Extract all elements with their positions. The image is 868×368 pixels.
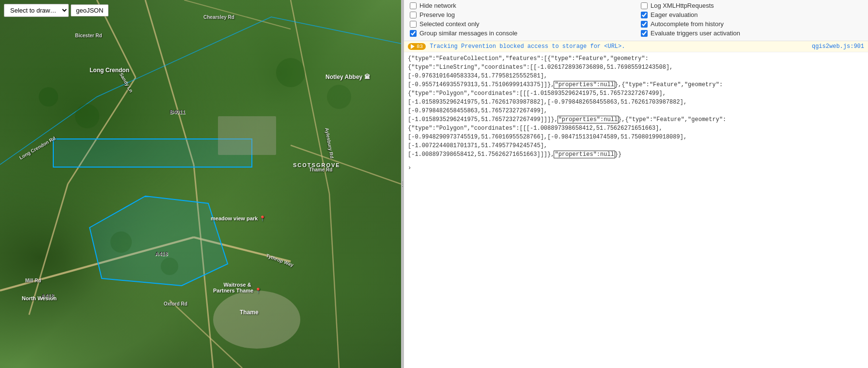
option-preserve-log: Preserve log bbox=[410, 11, 631, 18]
map-toolbar: Select to draw… geoJSON bbox=[4, 4, 108, 17]
label-eager-eval: Eager evaluation bbox=[651, 11, 698, 18]
svg-line-7 bbox=[291, 0, 329, 194]
svg-point-14 bbox=[39, 87, 58, 107]
draw-select[interactable]: Select to draw… bbox=[4, 4, 69, 17]
tracking-text: Tracking Prevention blocked access to st… bbox=[430, 43, 625, 50]
checkbox-hide-network[interactable] bbox=[410, 2, 417, 9]
label-autocomplete: Autocomplete from history bbox=[651, 20, 724, 28]
svg-point-16 bbox=[276, 58, 305, 87]
option-eval-triggers: Evaluate triggers user activation bbox=[641, 30, 862, 37]
map-overlay bbox=[0, 0, 401, 368]
svg-line-10 bbox=[184, 0, 291, 29]
checkbox-preserve-log[interactable] bbox=[410, 12, 417, 18]
svg-marker-13 bbox=[90, 196, 228, 286]
option-selected-context: Selected context only bbox=[410, 20, 631, 28]
svg-line-8 bbox=[329, 194, 339, 368]
console-json-content: {"type":"FeatureCollection","features":[… bbox=[404, 52, 868, 163]
console-badge: 83 bbox=[408, 43, 426, 50]
svg-point-19 bbox=[110, 231, 132, 253]
devtools-panel: Hide network Log XMLHttpRequests Preserv… bbox=[404, 0, 868, 368]
svg-line-9 bbox=[291, 145, 401, 184]
label-preserve-log: Preserve log bbox=[419, 11, 455, 18]
devtools-options: Hide network Log XMLHttpRequests Preserv… bbox=[404, 0, 868, 41]
svg-line-1 bbox=[68, 77, 136, 184]
svg-point-17 bbox=[327, 85, 351, 109]
svg-point-18 bbox=[161, 258, 178, 275]
geojson-button[interactable]: geoJSON bbox=[71, 4, 108, 16]
svg-point-21 bbox=[213, 291, 300, 349]
source-link[interactable]: qgis2web.js:901 bbox=[812, 43, 864, 50]
checkbox-eager-eval[interactable] bbox=[641, 12, 648, 18]
option-autocomplete: Autocomplete from history bbox=[641, 20, 862, 28]
checkbox-group-similar[interactable] bbox=[410, 30, 417, 37]
option-eager-eval: Eager evaluation bbox=[641, 11, 862, 18]
svg-line-2 bbox=[29, 184, 68, 315]
checkbox-log-xml[interactable] bbox=[641, 2, 648, 9]
checkbox-autocomplete[interactable] bbox=[641, 21, 648, 28]
checkbox-selected-context[interactable] bbox=[410, 21, 417, 28]
svg-point-15 bbox=[75, 104, 99, 128]
expand-arrow[interactable]: › bbox=[404, 163, 868, 173]
badge-count: 83 bbox=[417, 44, 423, 49]
play-icon bbox=[411, 44, 415, 49]
option-group-similar: Group similar messages in console bbox=[410, 30, 631, 37]
option-hide-network: Hide network bbox=[410, 2, 631, 9]
label-eval-triggers: Evaluate triggers user activation bbox=[651, 30, 740, 37]
label-log-xml: Log XMLHttpRequests bbox=[651, 2, 714, 9]
svg-rect-20 bbox=[218, 116, 276, 155]
label-hide-network: Hide network bbox=[419, 2, 456, 9]
console-output: 83 Tracking Prevention blocked access to… bbox=[404, 41, 868, 368]
map-panel: Select to draw… geoJSON Long Crendon Not… bbox=[0, 0, 401, 368]
checkbox-eval-triggers[interactable] bbox=[641, 30, 648, 37]
label-group-similar: Group similar messages in console bbox=[419, 30, 517, 37]
label-selected-context: Selected context only bbox=[419, 20, 480, 28]
console-tracking-message: 83 Tracking Prevention blocked access to… bbox=[404, 41, 868, 52]
option-log-xml: Log XMLHttpRequests bbox=[641, 2, 862, 9]
